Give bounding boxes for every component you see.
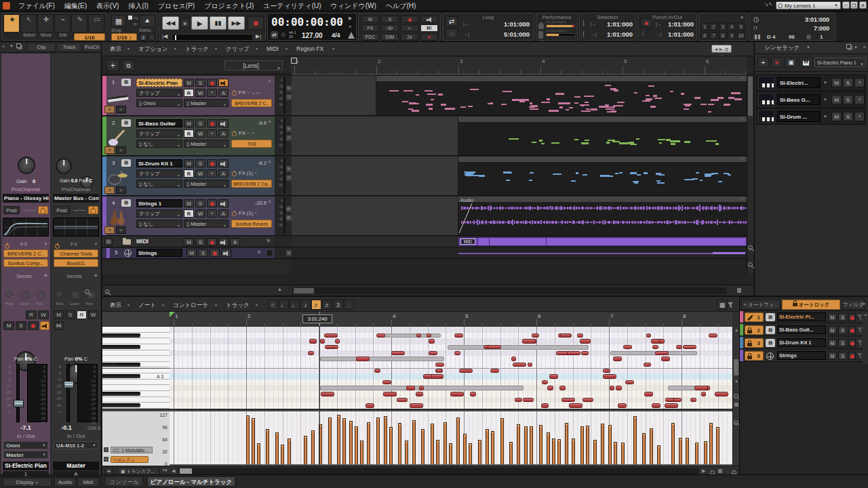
pane-scrollbar[interactable]: ▲ [863, 311, 868, 364]
velocity-bar[interactable] [524, 426, 528, 465]
solo-button[interactable]: S [195, 119, 205, 127]
white-key[interactable] [102, 380, 170, 386]
screenset-9[interactable]: 9 [728, 32, 736, 39]
black-key[interactable] [102, 403, 140, 407]
tv-menu-0[interactable]: 表示 [108, 44, 123, 54]
velocity-bar[interactable] [389, 427, 393, 465]
screenset-dropdown-icon[interactable]: ▼ [740, 16, 744, 20]
tool-draw-button[interactable]: ✎Draw [71, 14, 87, 33]
expand-icon[interactable]: ≶ [257, 249, 261, 255]
synth-freeze-button[interactable]: * [854, 78, 865, 87]
midi-note[interactable] [665, 398, 674, 402]
screenset-6[interactable]: 6 [701, 32, 709, 39]
velocity-bar[interactable] [657, 445, 660, 465]
midi-note[interactable] [324, 333, 338, 338]
freeze-button[interactable]: * [207, 129, 217, 138]
lens-dropdown[interactable]: [Lens]▼ [224, 60, 283, 70]
fx-zone[interactable]: FX (1) + [231, 209, 272, 218]
track-icon-button[interactable]: ▦ [121, 199, 131, 207]
input-echo-button[interactable] [40, 321, 50, 330]
row-name-box[interactable]: Strings [777, 351, 826, 360]
screenset-7[interactable]: 7 [709, 32, 717, 39]
menu-item-6[interactable]: ユーティリティ(U) [258, 0, 326, 12]
tab-proch[interactable]: ProCh [83, 43, 101, 52]
velocity-bar[interactable] [304, 436, 307, 465]
midi-note[interactable] [577, 333, 583, 338]
velocity-bar[interactable] [601, 424, 604, 465]
arm-button[interactable] [207, 199, 217, 207]
midi-note[interactable] [459, 369, 473, 373]
fast-forward-button[interactable]: ▶▶ [228, 16, 245, 30]
synth-name-box[interactable]: SI-Electri... [777, 77, 821, 88]
folder-archive-button[interactable]: A [230, 238, 240, 246]
velocity-bar[interactable] [530, 426, 533, 465]
midi-note[interactable] [528, 363, 532, 367]
row-lock-chip[interactable]: 5 [745, 351, 764, 361]
midi-note[interactable] [308, 351, 314, 355]
arm-button[interactable] [210, 249, 220, 257]
tab-track[interactable]: Track [57, 43, 81, 52]
synth-midi-button[interactable]: 🎹 [800, 57, 812, 68]
menu-item-4[interactable]: プロセス(P) [153, 0, 199, 12]
velocity-bar[interactable] [456, 418, 460, 465]
mute-button[interactable]: M [184, 159, 194, 167]
prv-zoom-slider[interactable] [718, 469, 722, 473]
velocity-bar[interactable] [642, 433, 646, 465]
note-value-button-1[interactable]: ♩ [279, 300, 289, 310]
velocity-bar[interactable] [436, 440, 439, 465]
fx-slot[interactable]: Sonitus Comp... [3, 259, 48, 267]
midi-note[interactable] [416, 392, 423, 396]
chevron-down-icon[interactable]: ▼ [823, 98, 827, 102]
write-automation-button[interactable]: W [195, 129, 205, 138]
bus-gain-knob[interactable] [56, 158, 72, 174]
mix-spk-button[interactable] [420, 16, 438, 23]
punch-toggle-button[interactable] [641, 18, 652, 27]
velocity-bar[interactable] [695, 443, 698, 465]
tv-menu-2[interactable]: トラック [183, 44, 211, 54]
read-automation-button[interactable]: R [184, 169, 194, 178]
inspector-copy-icon[interactable] [16, 43, 21, 48]
midi-note[interactable] [391, 351, 405, 355]
go-end-icon[interactable]: ▶| [256, 33, 261, 39]
midi-note[interactable] [701, 392, 706, 396]
bus-prochannel-header[interactable]: ProChannel [52, 186, 100, 192]
note-grid[interactable] [170, 327, 732, 409]
midi-note[interactable] [406, 386, 415, 390]
midi-note[interactable] [410, 403, 423, 407]
track-header-5[interactable]: 5StringsMS≶ [102, 248, 275, 259]
prv-scroll-left-icon[interactable]: ◀ [172, 468, 175, 474]
gain-value[interactable]: 0 [33, 178, 35, 184]
pane-track-row-1[interactable]: 1▦SI-Electric Pi...MS [740, 311, 863, 323]
snap-by-toggle[interactable]: BY [128, 22, 138, 26]
expand-icon[interactable]: ≛ [268, 159, 271, 164]
snap-to-toggle[interactable]: TO [128, 16, 138, 20]
note-value-button-6[interactable]: 3 [333, 300, 343, 310]
midi-note[interactable] [419, 386, 424, 390]
mute-button[interactable]: M [3, 321, 14, 330]
clip-mode-dropdown[interactable]: クリップ▼ [136, 209, 182, 218]
fx-chip[interactable]: BREVERB 2 Ca.. [231, 180, 272, 188]
velocity-bar[interactable] [580, 426, 584, 465]
white-key[interactable] [102, 368, 170, 374]
velocity-bar[interactable] [478, 440, 481, 465]
fx-chip[interactable]: TH3 [231, 140, 272, 148]
white-key[interactable] [102, 350, 170, 357]
midi-note[interactable] [356, 357, 370, 361]
folder-expand-icon[interactable]: ≶ [267, 238, 271, 243]
synth-solo-button[interactable]: S [843, 78, 853, 87]
archive-button[interactable]: A [218, 129, 229, 138]
ghost-note-bar[interactable] [448, 345, 589, 350]
solo-button[interactable]: S [195, 79, 205, 87]
midi-note[interactable] [644, 392, 653, 396]
tv-zoom-slider[interactable] [737, 288, 741, 293]
midi-note[interactable] [715, 392, 728, 396]
go-start-icon[interactable]: |◀ [162, 33, 167, 39]
input-echo-button[interactable] [218, 199, 229, 207]
tab-piano-roll[interactable]: ピアノロール - マルチトラック × [147, 476, 235, 487]
input-echo-button[interactable] [218, 119, 229, 127]
tool-erase-button[interactable]: ▭Erase [88, 14, 104, 33]
midi-note[interactable] [547, 386, 553, 390]
send-level-knob[interactable] [71, 291, 80, 300]
midi-note[interactable] [581, 351, 589, 355]
prv-menu-3[interactable]: トラック [224, 300, 252, 310]
